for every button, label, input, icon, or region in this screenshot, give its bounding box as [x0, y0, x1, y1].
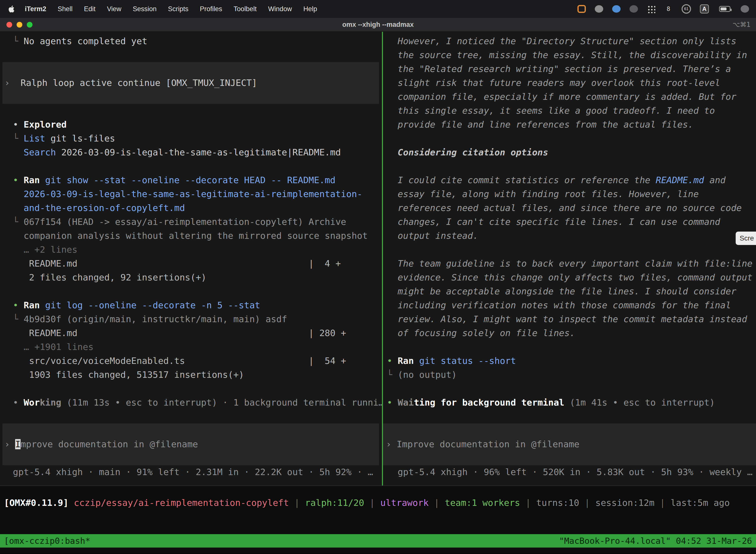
menu-item-iterm2[interactable]: iTerm2	[25, 5, 46, 13]
input-source-icon[interactable]: A	[700, 4, 709, 13]
menu-items: iTerm2ShellEditViewSessionScriptsProfile…	[25, 5, 317, 13]
ran-git-status: • Ran git status --short	[387, 354, 756, 368]
omx-status-line: [OMX#0.11.9] cczip/essay/ai-reimplementa…	[0, 486, 756, 500]
ran-git-log: • Ran git log --oneline --decorate -n 5 …	[13, 298, 382, 312]
blank-line	[13, 284, 382, 298]
tmux-session-label: [omx-cczip0:bash*	[4, 534, 90, 548]
blank-line	[13, 382, 382, 396]
terminal-line: 2 files changed, 92 insertions(+)	[13, 271, 382, 284]
prompt-input-right[interactable]: › Improve documentation in @filename	[383, 424, 756, 465]
menu-item-shell[interactable]: Shell	[58, 5, 73, 13]
terminal-line: provide file and line references from th…	[387, 118, 756, 131]
terminal-line: this single essay, it seems like a good …	[387, 104, 756, 118]
prompt-input-left[interactable]: › Improve documentation in @filename	[2, 424, 379, 465]
terminal-pane-left[interactable]: └ No agents completed yet› Ralph loop ac…	[0, 32, 382, 486]
terminal-line: 1903 files changed, 513517 insertions(+)	[13, 368, 382, 382]
bottom-status-region: [OMX#0.11.9] cczip/essay/ai-reimplementa…	[0, 486, 756, 554]
blank-line	[387, 159, 756, 173]
terminal-line: README.md | 4 +	[13, 257, 382, 271]
explored-list: └ List git ls-files	[13, 131, 382, 146]
terminal-line: README.md | 280 +	[13, 326, 382, 340]
battery-percent-icon[interactable]: 61	[682, 4, 691, 14]
menu-item-edit[interactable]: Edit	[84, 5, 96, 13]
status-icon-dark[interactable]	[630, 5, 638, 13]
menu-item-view[interactable]: View	[107, 5, 121, 13]
terminal-line: The team guideline is to back every impo…	[387, 257, 756, 271]
ralph-loop-banner-line: › Ralph loop active continue [OMX_TMUX_I…	[4, 76, 379, 90]
blank-line	[13, 48, 382, 62]
menu-item-help[interactable]: Help	[303, 5, 317, 13]
terminal-line: output instead.	[387, 229, 756, 243]
terminal-line: … +2 lines	[13, 243, 382, 257]
counter-icon[interactable]: 8	[664, 5, 673, 13]
explored-search: Search 2026-03-09-is-legal-the-same-as-l…	[13, 146, 382, 159]
terminal-line: the "Related research writing" section i…	[387, 62, 756, 76]
terminal-line: └ (no output)	[387, 368, 756, 382]
status-icon-badge[interactable]	[595, 5, 603, 13]
apple-menu-icon[interactable]	[7, 5, 15, 13]
menu-item-window[interactable]: Window	[268, 5, 292, 13]
terminal-line: references need actual files, and since …	[387, 201, 756, 215]
terminal-line: └ 4b9d30f (origin/main, instructkr/main,…	[13, 312, 382, 326]
tmux-status-bar: [omx-cczip0:bash* "MacBook-Pro-44.local"…	[0, 534, 756, 548]
terminal-line: I could cite commit statistics or refere…	[387, 173, 756, 187]
reasoning-heading: Considering citation options	[387, 146, 756, 159]
terminal-line: However, I noticed the "Directory Struct…	[387, 34, 756, 48]
menu-item-profiles[interactable]: Profiles	[200, 5, 222, 13]
blank-line	[13, 409, 382, 424]
menu-item-session[interactable]: Session	[133, 5, 156, 13]
screen-tooltip: Scre	[736, 232, 756, 245]
terminal-line: └ 067f154 (HEAD -> essay/ai-reimplementa…	[13, 215, 382, 229]
blank-line	[387, 409, 756, 424]
agents-status-line: └ No agents completed yet	[13, 34, 382, 48]
status-icon-app[interactable]	[612, 5, 621, 13]
ran-git-show: • Ran git show --stat --oneline --decora…	[13, 173, 382, 187]
blank-line	[387, 340, 756, 354]
control-center-icon[interactable]	[741, 5, 749, 13]
window-title: omx --xhigh --madmax	[0, 21, 756, 29]
battery-icon[interactable]	[718, 5, 732, 13]
explored-header: • Explored	[13, 118, 382, 131]
prompt-input-left-line: › Improve documentation in @filename	[4, 437, 379, 451]
terminal-line: review. Also, I might want to inspect th…	[387, 312, 756, 326]
working-status: • Working (11m 13s • esc to interrupt) ·…	[13, 396, 382, 409]
terminal-line: src/voice/voiceModeEnabled.ts | 54 +	[13, 354, 382, 368]
terminal-line: evidence. Since this change only affects…	[387, 271, 756, 284]
blank-line	[13, 104, 382, 118]
terminal-line: of focusing solely on file lines.	[387, 326, 756, 340]
terminal-line: companion analysis without altering the …	[13, 229, 382, 243]
model-status-left: gpt-5.4 xhigh · main · 91% left · 2.31M …	[13, 465, 382, 479]
terminal-line: … +1901 lines	[13, 340, 382, 354]
window-title-bar[interactable]: omx --xhigh --madmax ⌥⌘1	[0, 18, 756, 32]
blank-line	[387, 243, 756, 257]
text-cursor: I	[15, 439, 20, 449]
blank-line	[387, 382, 756, 396]
menu-item-scripts[interactable]: Scripts	[168, 5, 189, 13]
ralph-loop-banner: › Ralph loop active continue [OMX_TMUX_I…	[2, 62, 379, 104]
macos-menu-bar: iTerm2ShellEditViewSessionScriptsProfile…	[0, 0, 756, 18]
terminal-panes: └ No agents completed yet› Ralph loop ac…	[0, 32, 756, 486]
terminal-pane-right[interactable]: However, I noticed the "Directory Struct…	[383, 32, 756, 486]
tmux-host-time-label: "MacBook-Pro-44.local" 04:52 31-Mar-26	[559, 534, 752, 548]
terminal-line: companion file, especially if more comme…	[387, 90, 756, 104]
model-status-right: gpt-5.4 xhigh · 96% left · 520K in · 5.8…	[387, 465, 756, 479]
menu-bar-status-icons: 8 61 A	[577, 4, 749, 14]
waiting-status: • Waiting for background terminal (1m 41…	[387, 396, 756, 409]
window-shortcut-badge: ⌥⌘1	[733, 21, 751, 28]
terminal-line: might be acceptable alongside the file l…	[387, 284, 756, 298]
terminal-line: essay file, along with finding root file…	[387, 187, 756, 201]
terminal-line: and-the-erosion-of-copyleft.md	[13, 201, 382, 215]
terminal-line: changes, I can't cite specific file line…	[387, 215, 756, 229]
terminal-line: the source tree, missing the essay. Stil…	[387, 48, 756, 62]
blank-line	[13, 159, 382, 173]
prompt-input-right-line: › Improve documentation in @filename	[386, 437, 756, 451]
grid-icon[interactable]	[647, 5, 655, 13]
menu-item-toolbelt[interactable]: Toolbelt	[234, 5, 257, 13]
blank-line	[387, 131, 756, 146]
terminal-line: 2026-03-09-is-legal-the-same-as-legitima…	[13, 187, 382, 201]
terminal-line: including verification notes with those …	[387, 298, 756, 312]
screen-recording-icon[interactable]	[577, 5, 586, 13]
terminal-line: slight risk that future readers may over…	[387, 76, 756, 90]
